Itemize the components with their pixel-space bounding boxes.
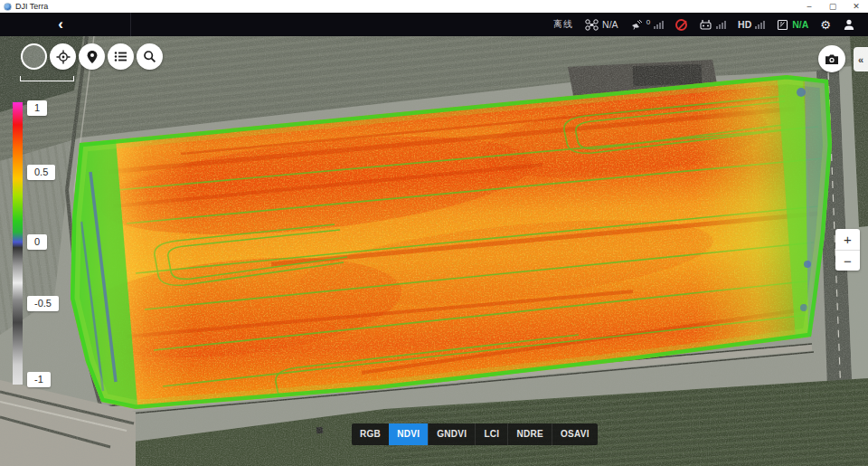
- close-button[interactable]: ✕: [844, 0, 868, 13]
- settings-gear-icon[interactable]: ⚙: [820, 18, 831, 32]
- tab-ndre[interactable]: NDRE: [507, 423, 552, 445]
- tab-rgb[interactable]: RGB: [352, 423, 389, 445]
- app-navbar: ‹ 离线 N/A: [0, 13, 868, 36]
- search-button[interactable]: [137, 43, 163, 70]
- maximize-button[interactable]: ▢: [821, 0, 844, 13]
- camera-icon: [825, 53, 839, 65]
- basemap-toggle-button[interactable]: [21, 43, 47, 70]
- flight-record-icon: [777, 19, 788, 31]
- account-icon[interactable]: [843, 18, 855, 31]
- search-icon: [143, 50, 156, 63]
- map-scale-bar: [20, 76, 74, 81]
- map-pin-icon: [86, 50, 99, 64]
- window-title: DJI Terra: [15, 2, 48, 11]
- remote-controller-icon: [699, 19, 712, 30]
- screenshot-camera-button[interactable]: [818, 45, 845, 72]
- map-canvas[interactable]: [0, 36, 868, 466]
- aircraft-status: N/A: [585, 19, 618, 31]
- legend-tick-1: 1: [27, 100, 47, 116]
- gps-status: 0: [630, 19, 664, 30]
- back-button[interactable]: ‹: [45, 15, 76, 33]
- tab-osavi[interactable]: OSAVI: [552, 423, 598, 445]
- gps-signal-bars-icon: [654, 21, 664, 29]
- hd-transmission-status: HD: [738, 19, 765, 30]
- navbar-divider: [130, 13, 131, 36]
- gps-satellite-icon: [630, 19, 643, 30]
- legend-tick-n0_5: -0.5: [27, 296, 59, 311]
- collapse-panel-button[interactable]: «: [854, 47, 868, 71]
- storage-status-value: N/A: [792, 19, 808, 30]
- crosshair-icon: [56, 50, 71, 64]
- hd-label: HD: [738, 19, 751, 30]
- index-tabbar: RGB NDVI GNDVI LCI NDRE OSAVI: [352, 423, 598, 445]
- tab-ndvi[interactable]: NDVI: [389, 423, 428, 445]
- legend-tick-0: 0: [27, 234, 47, 250]
- map-toolbar: [21, 43, 163, 70]
- flight-mode-label: 离线: [553, 18, 573, 31]
- dji-terra-window: DJI Terra – ▢ ✕ ‹ 离线 N/A: [0, 0, 868, 466]
- app-logo-icon: [4, 3, 12, 11]
- zoom-in-button[interactable]: +: [835, 229, 860, 250]
- rc-signal-bars-icon: [716, 21, 726, 29]
- map-zoom-control: + −: [835, 229, 860, 271]
- minimize-button[interactable]: –: [797, 0, 821, 13]
- legend-tick-0_5: 0.5: [27, 165, 55, 180]
- status-cluster: 离线 N/A 0: [553, 18, 868, 32]
- legend-gradient-bar: [13, 102, 23, 385]
- tab-lci[interactable]: LCI: [475, 423, 507, 445]
- remote-controller-status: [699, 19, 726, 30]
- os-titlebar: DJI Terra – ▢ ✕: [0, 0, 868, 13]
- aircraft-status-value: N/A: [602, 19, 618, 30]
- locate-button[interactable]: [50, 43, 76, 70]
- tab-gndvi[interactable]: GNDVI: [428, 423, 475, 445]
- orthomosaic-map: [0, 36, 868, 466]
- legend-tick-n1: -1: [27, 372, 51, 387]
- ndvi-legend: 1 0.5 0 -0.5 -1: [13, 102, 23, 385]
- hd-signal-bars-icon: [755, 21, 765, 29]
- drone-icon: [585, 19, 599, 31]
- marker-button[interactable]: [79, 43, 105, 70]
- zoom-out-button[interactable]: −: [835, 250, 860, 271]
- rc-disconnected-icon: [675, 19, 687, 31]
- storage-status: N/A: [777, 19, 808, 31]
- list-icon: [114, 51, 127, 62]
- layer-list-button[interactable]: [108, 43, 134, 70]
- gps-satellite-count: 0: [646, 18, 650, 26]
